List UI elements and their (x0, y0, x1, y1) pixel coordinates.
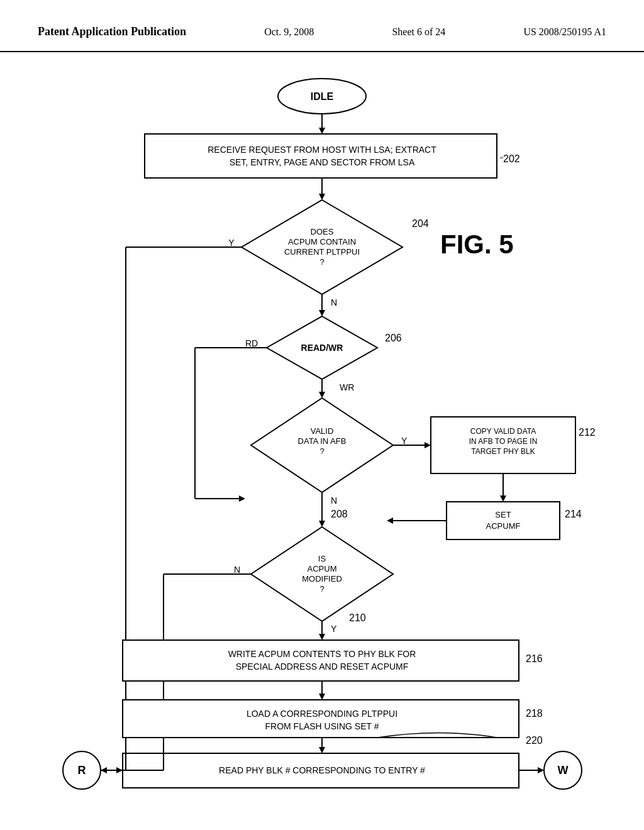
box-212-text1: COPY VALID DATA (470, 427, 536, 436)
arrowhead-202-204 (319, 194, 325, 200)
publication-date: Oct. 9, 2008 (264, 26, 314, 38)
publication-title: Patent Application Publication (38, 25, 186, 38)
arrowhead-valid-y (425, 442, 431, 448)
label-202: 202 (503, 153, 520, 164)
diamond-acpum-text4: ? (319, 584, 324, 594)
sheet-number: Sheet 6 of 24 (392, 26, 445, 38)
diamond-204-text4: ? (319, 257, 324, 267)
arrowhead-214-208 (387, 517, 393, 524)
box-216 (123, 640, 519, 681)
box-216-text1: WRITE ACPUM CONTENTS TO PHY BLK FOR (228, 649, 416, 659)
box-202 (145, 134, 497, 178)
arrowhead-212-214 (500, 495, 506, 502)
box-214-text1: SET (495, 510, 511, 519)
arrowhead-208 (319, 521, 325, 527)
arrowhead-acpum-y (319, 634, 325, 640)
box-214 (447, 502, 560, 540)
label-n-valid: N (331, 495, 337, 506)
diamond-valid-text3: ? (319, 446, 324, 456)
box-216-text2: SPECIAL ADDRESS AND RESET ACPUMF (236, 661, 409, 672)
label-n-acpum: N (234, 565, 240, 575)
box-212-text2: IN AFB TO PAGE IN (469, 437, 538, 446)
arrowhead-w (538, 767, 544, 773)
box-218-text1: LOAD A CORRESPONDING PLTPPUI (247, 709, 397, 719)
label-y-acpum: Y (331, 624, 337, 634)
label-208: 208 (331, 509, 348, 519)
diamond-valid-text2: DATA IN AFB (298, 436, 347, 446)
label-206: 206 (385, 333, 402, 343)
label-wr: WR (340, 382, 354, 392)
diamond-204-text3: CURRENT PLTPPUI (284, 247, 360, 257)
diamond-acpum-text2: ACPUM (308, 564, 337, 573)
arrowhead-216-218 (319, 694, 325, 700)
diamond-acpum-text3: MODIFIED (302, 574, 342, 584)
label-210: 210 (349, 612, 366, 623)
publication-number: US 2008/250195 A1 (523, 26, 606, 38)
arrowhead-218-222 (319, 747, 325, 753)
label-218: 218 (526, 708, 543, 719)
box-212-text3: TARGET PHY BLK (471, 447, 535, 456)
label-w: W (558, 764, 569, 777)
diamond-204-text2: ACPUM CONTAIN (288, 237, 356, 246)
label-220: 220 (526, 735, 543, 746)
arrowhead-left-r (101, 767, 107, 773)
diamond-acpum-text1: IS (318, 554, 326, 563)
arrowhead-204-206 (319, 310, 325, 316)
diamond-204-text1: DOES (311, 227, 334, 236)
label-204: 204 (412, 218, 429, 229)
label-n-204: N (331, 297, 337, 307)
diagram-container: FIG. 5 IDLE RECEIVE REQUEST FROM HOST WI… (0, 58, 644, 819)
box-202-text2: SET, ENTRY, PAGE AND SECTOR FROM LSA (230, 157, 415, 167)
label-r: R (78, 764, 86, 777)
page-header: Patent Application Publication Oct. 9, 2… (0, 0, 644, 52)
label-212: 212 (579, 427, 596, 438)
box-222-text: READ PHY BLK # CORRESPONDING TO ENTRY # (219, 765, 425, 775)
label-y-204: Y (228, 238, 235, 248)
box-214-text2: ACPUMF (486, 521, 521, 531)
idle-label: IDLE (311, 91, 334, 102)
flowchart-svg: FIG. 5 IDLE RECEIVE REQUEST FROM HOST WI… (0, 58, 644, 819)
diamond-206-text: READ/WR (301, 343, 343, 353)
box-202-text1: RECEIVE REQUEST FROM HOST WITH LSA; EXTR… (208, 145, 436, 155)
label-rd: RD (245, 338, 258, 348)
label-y-valid: Y (401, 436, 408, 446)
diamond-valid-text1: VALID (311, 426, 334, 436)
arrowhead-206-valid (319, 392, 325, 398)
box-218-text2: FROM FLASH USING SET # (265, 721, 379, 731)
box-218 (123, 700, 519, 738)
page: Patent Application Publication Oct. 9, 2… (0, 0, 644, 830)
label-216: 216 (526, 653, 543, 664)
arrowhead-idle-202 (319, 128, 325, 134)
figure-label: FIG. 5 (440, 230, 514, 259)
label-214: 214 (565, 509, 582, 519)
arrowhead-rd (239, 495, 245, 502)
